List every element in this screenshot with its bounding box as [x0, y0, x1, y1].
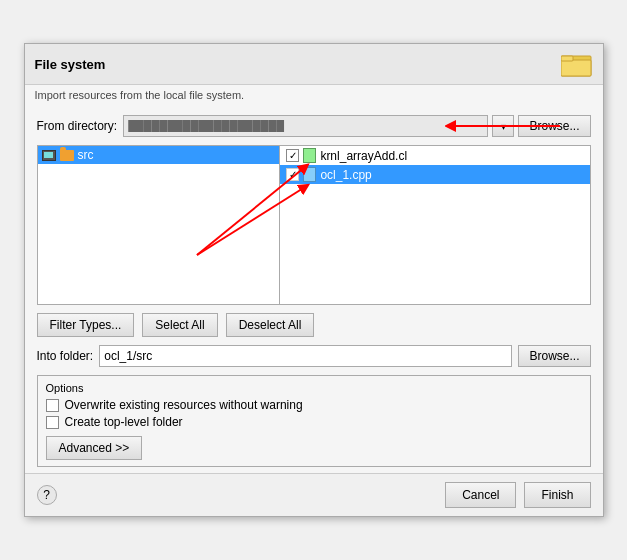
file-item-ocl[interactable]: ocl_1.cpp	[280, 165, 589, 184]
file-system-dialog: File system Import resources from the lo…	[24, 43, 604, 517]
options-section: Options Overwrite existing resources wit…	[37, 375, 591, 467]
into-folder-section: Into folder: Browse...	[37, 345, 591, 367]
krnl-file-label: krnl_arrayAdd.cl	[320, 149, 407, 163]
option1-label: Overwrite existing resources without war…	[65, 398, 303, 412]
browse-directory-button[interactable]: Browse...	[518, 115, 590, 137]
folder-sm-icon	[60, 150, 74, 161]
into-folder-input[interactable]	[99, 345, 512, 367]
svg-rect-1	[561, 60, 591, 76]
monitor-icon	[42, 150, 56, 161]
overwrite-checkbox[interactable]	[46, 399, 59, 412]
ocl-file-icon	[303, 167, 316, 182]
help-icon[interactable]: ?	[37, 485, 57, 505]
cancel-button[interactable]: Cancel	[445, 482, 516, 508]
into-folder-label: Into folder:	[37, 349, 94, 363]
svg-rect-2	[561, 56, 573, 61]
file-panels: src krnl_arrayAdd.cl ocl_1.cpp	[37, 145, 591, 305]
from-directory-row: From directory: ▾ Browse...	[37, 115, 591, 137]
left-panel[interactable]: src	[38, 146, 281, 304]
dialog-body: From directory: ▾ Browse...	[25, 109, 603, 473]
option2-row: Create top-level folder	[46, 415, 582, 429]
toplevel-checkbox[interactable]	[46, 416, 59, 429]
from-directory-label: From directory:	[37, 119, 118, 133]
finish-button[interactable]: Finish	[524, 482, 590, 508]
krnl-file-icon	[303, 148, 316, 163]
tree-item-src-label: src	[78, 148, 94, 162]
krnl-checkbox[interactable]	[286, 149, 299, 162]
ocl-checkbox[interactable]	[286, 168, 299, 181]
option2-label: Create top-level folder	[65, 415, 183, 429]
deselect-all-button[interactable]: Deselect All	[226, 313, 315, 337]
options-title: Options	[46, 382, 582, 394]
advanced-button[interactable]: Advanced >>	[46, 436, 143, 460]
panels-container: src krnl_arrayAdd.cl ocl_1.cpp	[37, 145, 591, 305]
from-directory-input[interactable]	[123, 115, 488, 137]
option1-row: Overwrite existing resources without war…	[46, 398, 582, 412]
file-item-krnl[interactable]: krnl_arrayAdd.cl	[280, 146, 589, 165]
folder-icon	[561, 50, 593, 78]
right-panel[interactable]: krnl_arrayAdd.cl ocl_1.cpp	[280, 146, 589, 304]
dialog-titlebar: File system	[25, 44, 603, 85]
dropdown-button[interactable]: ▾	[492, 115, 514, 137]
dialog-subtitle: Import resources from the local file sys…	[25, 85, 603, 109]
dialog-footer: ? Cancel Finish	[25, 473, 603, 516]
browse-folder-button[interactable]: Browse...	[518, 345, 590, 367]
action-buttons: Filter Types... Select All Deselect All	[37, 313, 591, 337]
select-all-button[interactable]: Select All	[142, 313, 217, 337]
dialog-title: File system	[35, 57, 106, 72]
filter-types-button[interactable]: Filter Types...	[37, 313, 135, 337]
ocl-file-label: ocl_1.cpp	[320, 168, 371, 182]
tree-item-src[interactable]: src	[38, 146, 280, 164]
footer-buttons: Cancel Finish	[445, 482, 590, 508]
